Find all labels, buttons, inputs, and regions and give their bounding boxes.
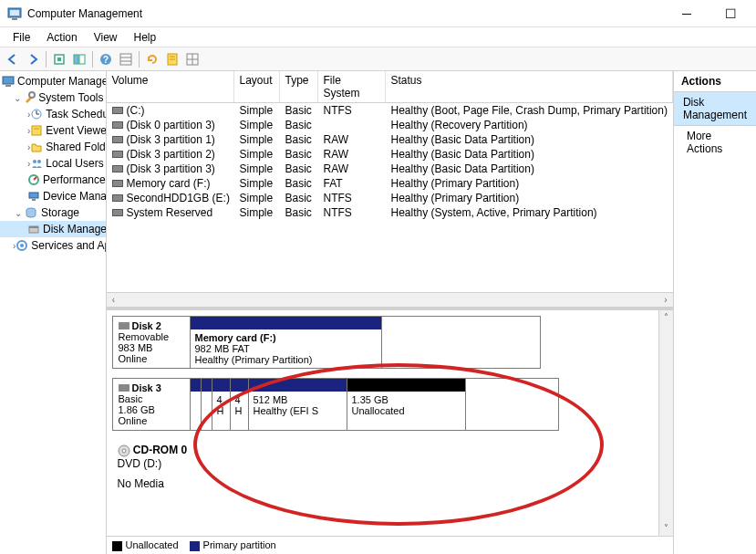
tree-item-device-manager[interactable]: Device Manager [0, 188, 106, 204]
volume-row[interactable]: (Disk 3 partition 2)SimpleBasicRAWHealth… [107, 147, 673, 162]
tree-item-label: Event Viewer [46, 124, 106, 137]
tree-diskmgmt-label: Disk Management [43, 223, 107, 235]
app-icon [7, 6, 22, 21]
disk-row-disk2[interactable]: Disk 2 Removable 983 MB Online Memory ca… [112, 316, 541, 369]
svg-point-26 [33, 160, 36, 163]
cdrom-icon [118, 444, 130, 456]
col-layout[interactable]: Layout [234, 71, 280, 102]
tree-root[interactable]: Computer Management (Local [0, 73, 106, 89]
menu-action[interactable]: Action [39, 29, 84, 45]
col-type[interactable]: Type [280, 71, 318, 102]
properties-icon[interactable] [163, 50, 181, 68]
tree-item-shared-folders[interactable]: ›Shared Folders [0, 139, 106, 155]
svg-point-27 [37, 160, 41, 163]
disk2-partition-f[interactable]: Memory card (F:) 982 MB FAT Healthy (Pri… [191, 317, 382, 368]
help-icon[interactable]: ? [97, 50, 115, 68]
partition[interactable]: 512 MBHealthy (EFI S [249, 379, 347, 430]
volume-row[interactable]: (Disk 3 partition 3)SimpleBasicRAWHealth… [107, 162, 673, 176]
tree-item-label: Shared Folders [46, 141, 106, 153]
up-icon[interactable] [50, 50, 68, 68]
menu-help[interactable]: Help [127, 29, 164, 45]
volume-row[interactable]: (Disk 3 partition 1)SimpleBasicRAWHealth… [107, 132, 673, 147]
disk-row-cdrom[interactable]: CD-ROM 0 DVD (D:) No Media [112, 440, 668, 494]
volume-list[interactable]: Volume Layout Type File System Status (C… [107, 71, 673, 310]
tree-item-task-scheduler[interactable]: ›Task Scheduler [0, 106, 106, 122]
col-filesystem[interactable]: File System [318, 71, 386, 102]
disk-icon [27, 222, 40, 236]
back-icon[interactable] [4, 50, 22, 68]
volume-icon [112, 165, 123, 172]
volume-icon [112, 209, 123, 216]
svg-rect-1 [10, 10, 19, 16]
svg-rect-30 [29, 193, 38, 198]
disk3-label: Disk 3 Basic 1.86 GB Online [113, 379, 191, 430]
titlebar: Computer Management ─ ☐ [0, 0, 756, 27]
actions-more[interactable]: More Actions [674, 126, 756, 159]
refresh-icon[interactable] [143, 50, 161, 68]
computer-icon [2, 74, 15, 89]
tree-item-label: Local Users and Groups [46, 157, 106, 170]
col-volume[interactable]: Volume [107, 71, 234, 102]
storage-icon [24, 205, 38, 220]
event-icon [30, 123, 43, 138]
grid-view-icon[interactable] [183, 50, 202, 68]
tree-system-tools[interactable]: ⌄ System Tools [0, 89, 106, 106]
svg-rect-4 [57, 57, 61, 61]
tree-storage[interactable]: ⌄ Storage [0, 204, 106, 221]
folder-icon [30, 140, 43, 154]
show-hide-tree-icon[interactable] [70, 50, 88, 68]
nav-tree[interactable]: Computer Management (Local ⌄ System Tool… [0, 71, 107, 554]
volume-row[interactable]: (C:)SimpleBasicNTFSHealthy (Boot, Page F… [107, 103, 673, 118]
volume-row[interactable]: Memory card (F:)SimpleBasicFATHealthy (P… [107, 176, 673, 191]
svg-rect-6 [79, 55, 85, 64]
tools-icon [23, 90, 36, 105]
menu-file[interactable]: File [5, 29, 37, 45]
disk-graphical-view[interactable]: ˄˅ Disk 2 Removable 983 MB Online Memory… [107, 310, 673, 554]
disk-row-disk3[interactable]: Disk 3 Basic 1.86 GB Online 4H4H512 MBHe… [112, 378, 559, 431]
volume-icon [112, 107, 123, 114]
partition-unallocated[interactable]: 1.35 GBUnallocated [347, 379, 466, 430]
horizontal-scrollbar[interactable]: ‹› [107, 292, 673, 307]
vertical-scrollbar[interactable]: ˄˅ [658, 310, 673, 536]
svg-rect-5 [74, 55, 78, 64]
svg-point-20 [29, 92, 35, 98]
perf-icon [27, 172, 40, 187]
svg-point-36 [20, 244, 24, 247]
forward-icon[interactable] [24, 50, 42, 68]
volume-list-header: Volume Layout Type File System Status [107, 71, 673, 103]
volume-icon [112, 136, 123, 143]
services-icon [16, 238, 28, 253]
menubar: File Action View Help [0, 27, 756, 47]
svg-rect-18 [3, 77, 14, 84]
tree-item-performance[interactable]: Performance [0, 172, 106, 188]
tree-item-label: Performance [43, 173, 106, 186]
toolbar: ? [0, 47, 756, 71]
tree-item-event-viewer[interactable]: ›Event Viewer [0, 122, 106, 139]
col-status[interactable]: Status [386, 71, 673, 102]
tree-disk-management[interactable]: Disk Management [0, 221, 106, 237]
collapse-icon[interactable]: ⌄ [13, 93, 23, 103]
menu-view[interactable]: View [87, 29, 125, 45]
partition[interactable] [191, 379, 202, 430]
svg-text:?: ? [103, 55, 109, 65]
tree-item-local-users-and-groups[interactable]: ›Local Users and Groups [0, 155, 106, 172]
actions-title: Actions [674, 71, 756, 92]
partition[interactable]: 4H [231, 379, 249, 430]
partition[interactable] [202, 379, 212, 430]
svg-rect-19 [5, 85, 11, 87]
minimize-button[interactable]: ─ [668, 5, 705, 23]
partition[interactable]: 4H [212, 379, 231, 430]
tree-item-label: Task Scheduler [46, 108, 106, 120]
maximize-button[interactable]: ☐ [712, 5, 749, 23]
tree-services[interactable]: › Services and Applications [0, 237, 106, 254]
collapse-icon[interactable]: ⌄ [13, 208, 24, 218]
volume-row[interactable]: (Disk 0 partition 3)SimpleBasicHealthy (… [107, 118, 673, 132]
volume-icon [112, 151, 123, 158]
tree-item-label: Device Manager [43, 190, 107, 203]
window-title: Computer Management [27, 7, 668, 20]
tree-storage-label: Storage [41, 206, 79, 219]
actions-context[interactable]: Disk Management [674, 92, 756, 126]
volume-row[interactable]: SecondHDD1GB (E:)SimpleBasicNTFSHealthy … [107, 191, 673, 205]
list-view-icon[interactable] [117, 50, 135, 68]
volume-row[interactable]: System ReservedSimpleBasicNTFSHealthy (S… [107, 205, 673, 220]
